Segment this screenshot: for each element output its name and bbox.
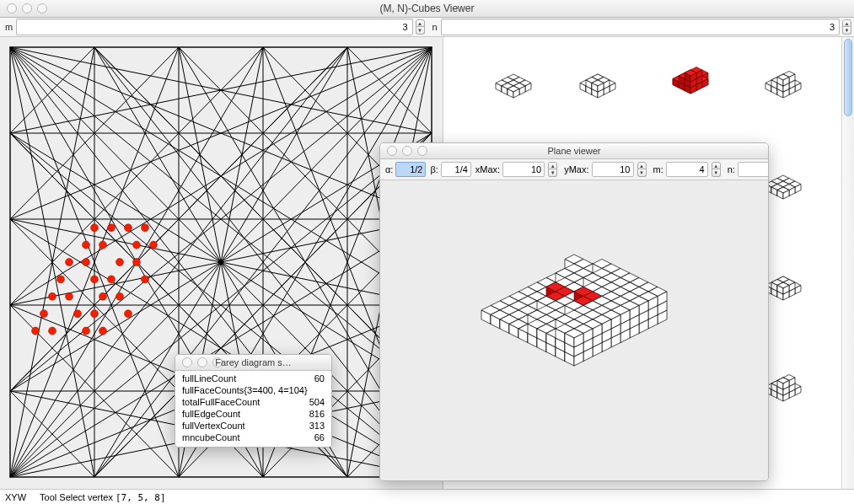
plane-n-label: n:	[724, 164, 737, 174]
svg-point-76	[83, 241, 90, 249]
svg-point-93	[74, 310, 82, 318]
zoom-icon[interactable]	[417, 146, 427, 156]
plane-viewer-canvas[interactable]	[380, 180, 768, 481]
minimize-icon[interactable]	[22, 3, 32, 13]
n-stepper[interactable]: ▲ ▼	[842, 19, 851, 35]
svg-point-81	[83, 259, 90, 266]
svg-point-97	[49, 327, 56, 335]
stats-panel[interactable]: Farey diagram s… fullLineCount60fullFace…	[175, 354, 332, 448]
svg-point-78	[133, 241, 141, 249]
stats-panel-titlebar[interactable]: Farey diagram s…	[175, 355, 331, 371]
minimize-icon[interactable]	[197, 357, 207, 367]
svg-point-79	[150, 241, 158, 249]
svg-point-91	[116, 292, 124, 300]
plane-viewer-title: Plane viewer	[380, 146, 768, 156]
minimize-icon[interactable]	[402, 146, 412, 156]
stats-row: fullLineCount60	[182, 373, 325, 384]
main-area: Farey diagram s… fullLineCount60fullFace…	[0, 37, 854, 489]
beta-label: β:	[427, 164, 439, 174]
stats-row: mncubeCount66	[182, 432, 325, 443]
alpha-input[interactable]	[395, 162, 426, 177]
status-tool: Tool Select vertex [7, 5, 8]	[40, 492, 166, 503]
svg-point-86	[108, 276, 115, 283]
svg-point-75	[142, 224, 149, 232]
svg-point-85	[91, 276, 99, 283]
svg-point-73	[108, 224, 115, 232]
chevron-down-icon[interactable]: ▼	[842, 27, 851, 35]
window-controls[interactable]	[7, 3, 47, 13]
svg-point-72	[91, 224, 99, 232]
ymax-input[interactable]	[592, 162, 634, 177]
ymax-label: yMax:	[561, 164, 590, 174]
chevron-down-icon[interactable]: ▼	[548, 169, 557, 177]
close-icon[interactable]	[387, 146, 397, 156]
plane-viewer-titlebar[interactable]: Plane viewer	[380, 143, 768, 159]
cube-thumb[interactable]	[657, 59, 724, 118]
main-toolbar: m ▲ ▼ n ▲ ▼	[0, 18, 854, 37]
chevron-up-icon[interactable]: ▲	[842, 19, 851, 27]
chevron-down-icon[interactable]: ▼	[637, 169, 647, 177]
svg-point-84	[57, 276, 65, 283]
window-controls[interactable]	[387, 146, 427, 156]
stats-panel-body: fullLineCount60fullFaceCounts{3=400, 4=1…	[175, 371, 331, 447]
xmax-stepper[interactable]: ▲ ▼	[548, 162, 557, 177]
xmax-label: xMax:	[472, 164, 502, 174]
scrollbar-thumb[interactable]	[844, 39, 852, 116]
status-mode: XYW	[5, 492, 26, 502]
n-label: n	[427, 22, 441, 32]
close-icon[interactable]	[182, 357, 192, 367]
svg-point-87	[142, 276, 149, 283]
zoom-icon[interactable]	[212, 357, 223, 367]
svg-point-95	[125, 310, 132, 318]
svg-point-99	[99, 327, 107, 335]
close-icon[interactable]	[7, 3, 17, 13]
cube-thumb[interactable]	[480, 63, 547, 122]
plane-viewer-panel[interactable]: Plane viewer α: β: xMax: ▲ ▼ yMax: ▲ ▼ m…	[379, 142, 769, 481]
beta-input[interactable]	[441, 162, 471, 177]
chevron-down-icon[interactable]: ▼	[712, 169, 721, 177]
svg-point-82	[116, 259, 124, 266]
cube-thumb[interactable]	[564, 63, 631, 122]
m-stepper[interactable]: ▲ ▼	[416, 19, 425, 35]
window-controls[interactable]	[182, 357, 223, 367]
chevron-up-icon[interactable]: ▲	[712, 162, 721, 169]
n-input[interactable]	[441, 19, 840, 35]
svg-point-94	[91, 310, 99, 318]
zoom-icon[interactable]	[37, 3, 47, 13]
plane-viewer-toolbar: α: β: xMax: ▲ ▼ yMax: ▲ ▼ m: ▲ ▼ n:	[380, 159, 768, 180]
plane-n-input[interactable]	[738, 162, 769, 177]
svg-point-89	[66, 292, 73, 300]
stats-row: fullVertexCount313	[182, 420, 325, 432]
status-bar: XYW Tool Select vertex [7, 5, 8]	[0, 489, 854, 504]
cube-thumb[interactable]	[749, 63, 817, 122]
svg-point-98	[83, 327, 90, 335]
window-title: (M, N)-Cubes Viewer	[0, 3, 854, 14]
chevron-up-icon[interactable]: ▲	[416, 19, 425, 27]
ymax-stepper[interactable]: ▲ ▼	[637, 162, 647, 177]
plane-m-label: m:	[650, 164, 665, 174]
svg-point-80	[66, 259, 73, 266]
alpha-label: α:	[382, 164, 395, 174]
stats-row: fullFaceCounts{3=400, 4=104}	[182, 384, 325, 396]
svg-point-90	[99, 292, 107, 300]
xmax-input[interactable]	[502, 162, 545, 177]
vertical-scrollbar[interactable]	[841, 37, 854, 489]
plane-m-input[interactable]	[666, 162, 708, 177]
chevron-up-icon[interactable]: ▲	[548, 162, 557, 169]
svg-point-96	[32, 327, 40, 335]
svg-point-88	[49, 292, 56, 300]
m-label: m	[0, 22, 16, 32]
svg-point-77	[99, 241, 107, 249]
plane-m-stepper[interactable]: ▲ ▼	[712, 162, 721, 177]
main-titlebar: (M, N)-Cubes Viewer	[0, 0, 854, 18]
svg-point-74	[125, 224, 132, 232]
chevron-up-icon[interactable]: ▲	[637, 162, 647, 169]
stats-row: totalFullFaceCount504	[182, 396, 325, 408]
stats-row: fullEdgeCount816	[182, 408, 325, 420]
m-input[interactable]	[16, 19, 412, 35]
svg-point-92	[40, 310, 48, 318]
chevron-down-icon[interactable]: ▼	[416, 27, 425, 35]
svg-point-83	[133, 259, 141, 266]
